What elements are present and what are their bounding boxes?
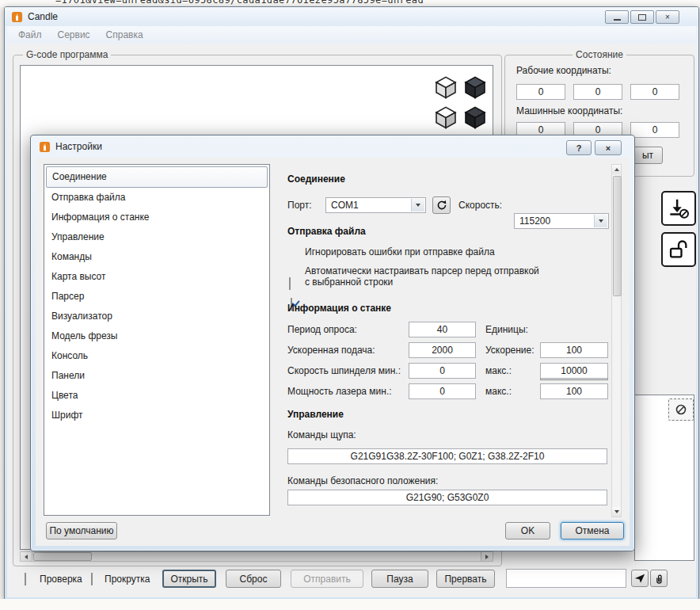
chevron-down-icon[interactable] <box>594 215 607 227</box>
menu-service[interactable]: Сервис <box>50 28 98 42</box>
ok-button[interactable]: OK <box>505 522 550 539</box>
work-coords-label: Рабочие координаты: <box>516 65 611 76</box>
probe-commands-field[interactable]: G21G91G38.2Z-30F100; G0Z1; G38.2Z-2F10 <box>287 448 607 464</box>
cube-light-icon <box>433 74 458 100</box>
paperclip-icon <box>653 573 664 584</box>
vscroll-thumb[interactable] <box>613 176 622 296</box>
poll-period-field[interactable]: 40 <box>409 322 476 337</box>
laser-max-field[interactable]: 100 <box>540 383 608 399</box>
dialog-close-button[interactable]: × <box>595 140 622 155</box>
open-file-button[interactable]: Открыть <box>162 570 216 588</box>
acceleration-field[interactable]: 100 <box>540 342 608 358</box>
port-combobox[interactable]: COM1 <box>325 197 426 213</box>
dialog-help-button[interactable]: ? <box>566 140 592 155</box>
nav-parser[interactable]: Парсер <box>44 287 269 307</box>
slashed-circle-icon <box>675 403 687 416</box>
gcode-hscrollbar[interactable] <box>20 551 493 562</box>
defaults-button[interactable]: По умолчанию <box>46 522 117 539</box>
cube-dark-icon <box>462 105 488 130</box>
covered-button-fragment[interactable]: ыт <box>633 147 663 164</box>
poll-period-label: Период опроса: <box>287 324 357 335</box>
connection-header: Соединение <box>287 173 345 185</box>
nav-colors[interactable]: Цвета <box>44 386 269 406</box>
window-title: Candle <box>28 11 58 22</box>
safe-position-field[interactable]: G21G90; G53G0Z0 <box>287 490 607 505</box>
state-group-title: Состояние <box>573 49 626 60</box>
nav-font[interactable]: Шрифт <box>44 406 269 425</box>
minimize-button[interactable] <box>605 10 629 24</box>
view-cube-top-button[interactable] <box>433 74 460 101</box>
pause-button[interactable]: Пауза <box>371 570 428 588</box>
settings-nav-list: Соединение Отправка файла Информация о с… <box>44 164 270 516</box>
background-url-text: =1701&view=unread&sid=6958c89/cada1dae77… <box>55 0 424 6</box>
close-icon: × <box>606 143 611 153</box>
console-clear-button[interactable] <box>668 398 694 421</box>
left-arrow-icon <box>25 555 28 559</box>
abort-button[interactable]: Прервать <box>436 570 495 588</box>
nav-console[interactable]: Консоль <box>44 346 269 366</box>
chevron-down-icon[interactable] <box>411 199 424 212</box>
close-icon: × <box>665 13 670 21</box>
check-mode-checkbox[interactable] <box>25 573 26 585</box>
ignore-errors-checkbox[interactable] <box>289 277 291 290</box>
menu-help[interactable]: Справка <box>98 28 151 42</box>
z-probe-button[interactable] <box>661 191 696 226</box>
scroll-right-button[interactable] <box>481 552 493 561</box>
view-cube-iso-button[interactable] <box>462 74 489 101</box>
unlock-icon <box>668 238 690 261</box>
restore-button[interactable] <box>630 10 654 24</box>
help-icon: ? <box>576 143 582 153</box>
spindle-max-field[interactable]: 10000 <box>540 363 608 379</box>
close-button[interactable]: × <box>656 10 679 24</box>
restore-icon <box>638 14 646 21</box>
settings-dialog: Настройки ? × Соединение Отправка файла … <box>30 135 635 551</box>
nav-connection[interactable]: Соединение <box>46 166 268 188</box>
dialog-titlebar[interactable]: Настройки ? × <box>31 135 634 158</box>
autoscroll-label: Прокрутка <box>105 574 150 585</box>
refresh-ports-button[interactable] <box>432 196 451 214</box>
nav-commands[interactable]: Команды <box>44 247 269 267</box>
dialog-title: Настройки <box>55 141 102 152</box>
machine-z-field: 0 <box>630 122 679 138</box>
laser-min-field[interactable]: 0 <box>409 383 476 399</box>
autoparser-label-line1: Автоматически настраивать парсер перед о… <box>305 265 539 276</box>
units-label: Единицы: <box>485 324 528 335</box>
nav-machine-info[interactable]: Информация о станке <box>44 208 269 227</box>
send-button[interactable]: Отправить <box>291 570 363 588</box>
settings-vscrollbar[interactable] <box>611 164 622 517</box>
check-mode-label: Проверка <box>40 574 82 585</box>
machine-coords-label: Машинные координаты: <box>516 105 622 116</box>
nav-heightmap[interactable]: Карта высот <box>44 267 269 287</box>
command-input[interactable] <box>506 569 626 588</box>
scroll-left-button[interactable] <box>21 552 32 561</box>
nav-file-send[interactable]: Отправка файла <box>44 188 269 208</box>
baud-combobox[interactable]: 115200 <box>514 213 609 229</box>
window-titlebar[interactable]: Candle × <box>5 7 698 26</box>
control-header: Управление <box>287 409 344 420</box>
ignore-errors-label: Игнорировать ошибки при отправке файла <box>305 246 495 257</box>
spindle-min-field[interactable]: 0 <box>409 363 476 379</box>
work-x-field: 0 <box>516 84 565 100</box>
scroll-up-button[interactable] <box>612 165 621 174</box>
work-y-field: 0 <box>573 84 622 100</box>
menubar: Файл Сервис Справка <box>7 26 696 44</box>
settings-panel: Соединение Порт: COM1 Скорость: 115200 <box>280 164 623 517</box>
nav-visualizer[interactable]: Визуализатор <box>44 307 269 326</box>
reset-button[interactable]: Сброс <box>226 570 281 588</box>
view-cube-side-button[interactable] <box>462 105 489 132</box>
nav-control[interactable]: Управление <box>44 227 269 247</box>
unlock-button[interactable] <box>661 232 696 267</box>
menu-file[interactable]: Файл <box>10 28 50 42</box>
rapid-feed-field[interactable]: 2000 <box>409 342 476 358</box>
hscroll-thumb[interactable] <box>33 552 92 561</box>
autoscroll-checkbox[interactable] <box>91 573 93 585</box>
cancel-button[interactable]: Отмена <box>561 522 624 539</box>
nav-tool-model[interactable]: Модель фрезы <box>44 326 269 346</box>
nav-panels[interactable]: Панели <box>44 366 269 386</box>
scroll-down-button[interactable] <box>612 507 621 517</box>
dialog-content: Соединение Отправка файла Информация о с… <box>36 158 630 546</box>
send-command-button[interactable] <box>631 570 649 587</box>
view-cube-front-button[interactable] <box>433 105 460 132</box>
autoparser-label-line2: с выбранной строки <box>305 276 393 288</box>
attach-command-button[interactable] <box>650 570 668 587</box>
